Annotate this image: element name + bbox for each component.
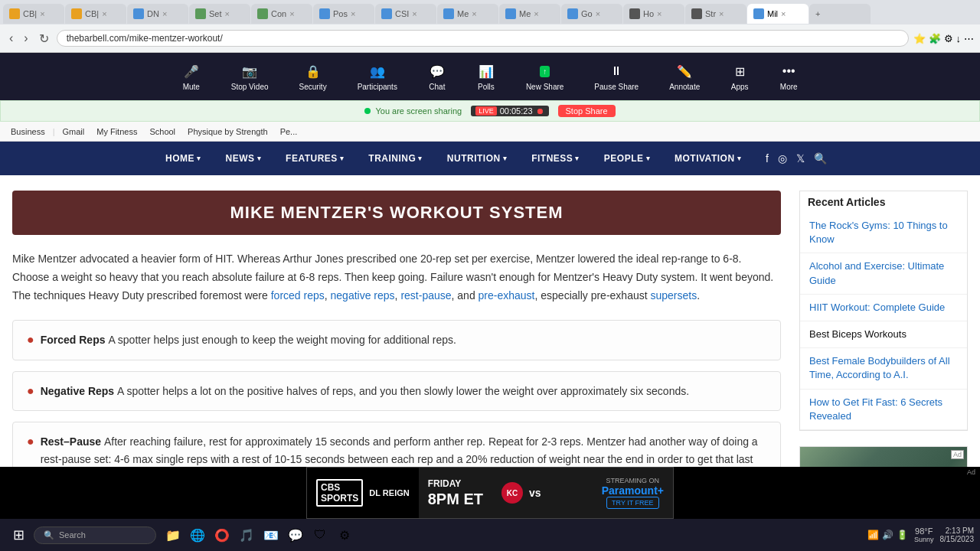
recent-article-3[interactable]: HIIT Workout: Complete Guide [800,295,967,321]
mute-button[interactable]: 🎤 Mute [176,59,207,94]
recent-article-2[interactable]: Alcohol and Exercise: Ultimate Guide [800,253,967,294]
bookmark-physique[interactable]: Physique by Strength [183,126,273,138]
nav-motivation[interactable]: MOTIVATION ▾ [662,144,753,173]
nav-training[interactable]: TRAINING ▾ [356,144,435,173]
bookmark-school[interactable]: School [145,126,180,138]
address-bar[interactable] [57,30,909,47]
tab-close[interactable]: × [596,9,600,18]
apps-button[interactable]: ⊞ Apps [724,59,755,94]
ext-icon-3[interactable]: ⚙ [944,33,953,44]
browser-tab-cb2[interactable]: CB| × [65,4,126,24]
tab-close[interactable]: × [102,9,106,18]
tray-battery-icon[interactable]: 🔋 [897,530,908,540]
pre-exhaust-link[interactable]: pre-exhaust [479,289,535,302]
taskbar-app-4[interactable]: 🛡 [309,524,331,546]
ext-icon-2[interactable]: 🧩 [929,33,941,44]
tab-close[interactable]: × [657,9,662,18]
tab-close[interactable]: × [289,9,294,18]
nav-home[interactable]: HOME ▾ [153,144,214,173]
browser-tab-str[interactable]: Str × [685,4,746,24]
chat-button[interactable]: 💬 Chat [422,59,452,94]
ext-icon-4[interactable]: ↓ [956,33,962,44]
forced-reps-link[interactable]: forced reps [271,289,325,302]
recent-article-link-3[interactable]: HIIT Workout: Complete Guide [809,301,958,315]
ext-icon-1[interactable]: ⭐ [913,33,926,44]
more-button[interactable]: ••• More [773,59,804,94]
recent-article-link-1[interactable]: The Rock's Gyms: 10 Things to Know [809,219,958,246]
tab-close[interactable]: × [472,9,476,18]
back-button[interactable]: ‹ [6,30,16,47]
nav-people[interactable]: PEOPLE ▾ [592,144,662,173]
new-share-button[interactable]: ↑ New Share [520,59,570,94]
security-button[interactable]: 🔒 Security [293,59,333,94]
browser-tab-dn[interactable]: DN × [127,4,188,24]
browser-tab-pos[interactable]: Pos × [313,4,374,24]
instagram-icon[interactable]: ◎ [778,152,787,165]
taskbar-app-5[interactable]: ⚙ [334,524,355,546]
browser-tab-new[interactable]: + [809,4,871,24]
browser-tab-how[interactable]: Ho × [623,4,684,24]
start-button[interactable]: ⊞ [6,523,31,547]
forward-button[interactable]: › [21,30,31,47]
participants-button[interactable]: 👥 Participants [351,59,403,94]
tab-close[interactable]: × [351,9,355,18]
browser-tab-con[interactable]: Con × [251,4,312,24]
ext-icon-5[interactable]: ⋯ [964,33,974,44]
bookmark-business[interactable]: Business [6,126,50,138]
pause-share-button[interactable]: ⏸ Pause Share [588,59,645,94]
recent-article-5[interactable]: Best Female Bodybuilders of All Time, Ac… [800,348,967,389]
tray-volume-icon[interactable]: 🔊 [882,530,893,540]
tab-close[interactable]: × [40,9,44,18]
nav-features[interactable]: FEATURES ▾ [273,144,356,173]
browser-tab-mil[interactable]: Mil × [747,4,808,24]
tab-close[interactable]: × [412,9,416,18]
tray-network-icon[interactable]: 📶 [867,530,879,540]
bookmark-pe[interactable]: Pe... [276,126,302,138]
tab-close[interactable]: × [719,9,724,18]
stop-share-button[interactable]: Stop Share [558,105,616,117]
taskbar-datetime[interactable]: 2:13 PM 8/15/2023 [940,527,975,543]
annotate-button[interactable]: ✏️ Annotate [663,59,706,94]
taskbar-edge[interactable]: 🌐 [187,524,208,546]
refresh-button[interactable]: ↻ [36,30,52,47]
browser-tab-me1[interactable]: Me × [437,4,498,24]
taskbar-file-explorer[interactable]: 📁 [162,524,184,546]
tab-close[interactable]: × [225,9,230,18]
nav-fitness[interactable]: FITNESS ▾ [519,144,592,173]
taskbar-chrome[interactable]: ⭕ [211,524,233,546]
recent-article-6[interactable]: How to Get Fit Fast: 6 Secrets Revealed [800,390,967,430]
taskbar-app-3[interactable]: 💬 [285,524,306,546]
recent-article-link-2[interactable]: Alcohol and Exercise: Ultimate Guide [809,259,958,287]
search-icon[interactable]: 🔍 [814,152,827,165]
facebook-icon[interactable]: f [766,152,769,165]
recent-article-link-4[interactable]: Best Biceps Workouts [809,328,958,341]
browser-tab-cb1[interactable]: CB| × [3,4,64,24]
polls-button[interactable]: 📊 Polls [471,59,501,94]
recent-article-link-6[interactable]: How to Get Fit Fast: 6 Secrets Revealed [809,396,958,423]
supersets-link[interactable]: supersets [650,289,697,302]
taskbar-weather[interactable]: 98°F Sunny [914,527,934,543]
recent-article-1[interactable]: The Rock's Gyms: 10 Things to Know [800,213,967,253]
tab-close[interactable]: × [781,9,786,18]
recent-article-4[interactable]: Best Biceps Workouts [800,321,967,348]
taskbar-app-2[interactable]: 📧 [260,524,282,546]
tab-close[interactable]: × [534,9,538,18]
stop-video-button[interactable]: 📷 Stop Video [225,59,275,94]
bookmark-myfitness[interactable]: My Fitness [92,126,142,138]
bookmark-gmail[interactable]: Gmail [58,126,90,138]
try-it-button[interactable]: TRY IT FREE [606,497,659,509]
nav-nutrition[interactable]: NUTRITION ▾ [435,144,519,173]
browser-tab-set[interactable]: Set × [189,4,250,24]
tab-close[interactable]: × [162,9,167,18]
recent-article-link-5[interactable]: Best Female Bodybuilders of All Time, Ac… [809,354,958,382]
browser-tab-me2[interactable]: Me × [499,4,560,24]
browser-tab-csi[interactable]: CSI × [375,4,436,24]
taskbar-app-1[interactable]: 🎵 [236,524,257,546]
negative-reps-link[interactable]: negative reps [331,289,395,302]
browser-tab-go[interactable]: Go × [561,4,622,24]
taskbar-search[interactable]: 🔍 Search [34,527,156,544]
nav-news[interactable]: NEWS ▾ [214,144,274,173]
twitter-icon[interactable]: 𝕏 [796,152,805,165]
rest-pause-link[interactable]: rest-pause [400,289,451,302]
recent-articles-list: The Rock's Gyms: 10 Things to Know Alcoh… [799,213,968,431]
